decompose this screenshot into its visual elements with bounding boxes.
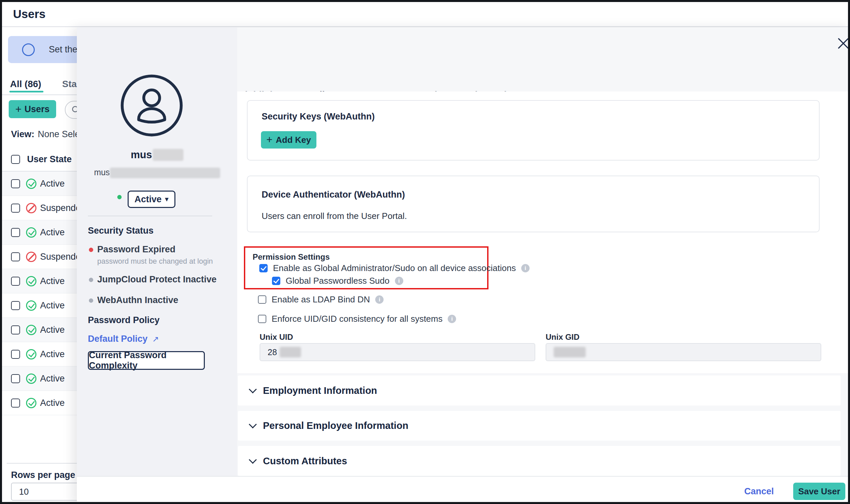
user-name: mus	[77, 149, 237, 161]
cancel-button[interactable]: Cancel	[744, 486, 774, 497]
active-status-icon	[26, 374, 36, 384]
select-all-checkbox[interactable]	[11, 155, 20, 164]
page-title: Users	[13, 7, 46, 21]
device-authenticator-body: Users can enroll from the User Portal.	[262, 211, 407, 221]
row-checkbox[interactable]	[11, 398, 20, 408]
tab-all-users[interactable]: All (86)	[10, 79, 41, 89]
chevron-down-icon	[248, 420, 257, 428]
modal-footer: Cancel Save User	[77, 476, 850, 504]
section-employment-information[interactable]: Employment Information	[238, 376, 840, 406]
screenshot-frame: Users Set the defaul All (86) Stag Users…	[0, 0, 850, 504]
row-checkbox[interactable]	[11, 325, 20, 335]
info-icon	[22, 43, 35, 56]
ldap-bind-checkbox[interactable]	[258, 295, 266, 304]
active-state-dot	[117, 195, 122, 199]
user-detail-modal: mus mus Active Security Status Password …	[77, 28, 850, 504]
device-authenticator-card: Device Authenticator (WebAuthn) Users ca…	[247, 176, 820, 232]
active-status-icon	[26, 179, 36, 189]
row-checkbox[interactable]	[11, 252, 20, 262]
add-users-button[interactable]: Users	[9, 100, 56, 118]
active-status-icon	[26, 325, 36, 335]
section-personal-employee-information[interactable]: Personal Employee Information	[238, 411, 840, 440]
chevron-down-icon	[248, 455, 257, 464]
status-password-expired-sub: password must be changed at login	[97, 257, 213, 266]
user-email: mus	[77, 167, 237, 178]
default-policy-link[interactable]: Default Policy	[88, 334, 159, 344]
active-status-icon	[26, 276, 36, 286]
active-status-icon	[26, 398, 36, 408]
redacted-gid	[554, 347, 586, 358]
password-policy-title: Password Policy	[88, 315, 160, 325]
suspended-status-icon	[26, 252, 36, 262]
device-authenticator-title: Device Authenticator (WebAuthn)	[262, 190, 405, 200]
row-checkbox[interactable]	[11, 203, 20, 213]
alert-dot-red	[89, 248, 93, 252]
row-checkbox[interactable]	[11, 277, 20, 286]
row-checkbox[interactable]	[11, 179, 20, 188]
unix-uid-field[interactable]: 28	[260, 343, 535, 361]
passwordless-sudo-row: Global Passwordless Sudo	[272, 276, 403, 286]
status-jumpcloud-protect: JumpCloud Protect Inactive	[97, 274, 216, 285]
status-dot-gray	[89, 278, 93, 282]
redacted-name	[153, 149, 184, 161]
security-status-title: Security Status	[88, 226, 154, 236]
info-icon[interactable]	[521, 264, 530, 272]
unix-uid-label: Unix UID	[260, 332, 293, 342]
chevron-down-icon	[248, 385, 257, 393]
security-keys-card: Security Keys (WebAuthn) Add Key	[247, 100, 820, 161]
view-label: View:	[11, 129, 34, 139]
ldap-bind-row: Enable as LDAP Bind DN	[258, 294, 384, 305]
passwordless-sudo-checkbox[interactable]	[272, 277, 280, 285]
permission-settings-title: Permission Settings	[253, 252, 330, 262]
close-icon[interactable]	[836, 36, 850, 51]
status-dot-gray	[89, 299, 93, 303]
status-password-expired: Password Expired	[97, 244, 175, 255]
suspended-status-icon	[26, 203, 36, 213]
profile-panel: mus mus Active Security Status Password …	[77, 28, 237, 476]
row-checkbox[interactable]	[11, 301, 20, 310]
info-icon[interactable]	[395, 277, 403, 285]
uid-gid-checkbox[interactable]	[258, 315, 266, 323]
global-admin-checkbox[interactable]	[259, 264, 267, 272]
active-status-icon	[26, 227, 36, 238]
active-status-icon	[26, 301, 36, 311]
tab-all-underline	[10, 91, 44, 92]
column-header-user-state[interactable]: User State	[27, 154, 72, 165]
row-checkbox[interactable]	[11, 374, 20, 383]
avatar	[120, 74, 184, 137]
details-content: Security Keys (WebAuthn) Add Key Device …	[237, 91, 850, 373]
active-status-icon	[26, 349, 36, 359]
permission-settings-highlight: Permission Settings Enable as Global Adm…	[244, 246, 488, 289]
redacted-uid	[280, 347, 301, 358]
section-custom-attributes[interactable]: Custom Attributes	[238, 446, 840, 476]
rows-per-page-label: Rows per page	[11, 470, 75, 480]
plus-icon	[15, 104, 22, 114]
security-keys-title: Security Keys (WebAuthn)	[262, 111, 375, 122]
info-icon[interactable]	[448, 315, 456, 323]
current-password-complexity-button[interactable]: Current Password Complexity	[88, 351, 205, 370]
add-key-button[interactable]: Add Key	[261, 131, 316, 148]
info-icon[interactable]	[375, 295, 384, 304]
row-checkbox[interactable]	[11, 350, 20, 359]
header-divider	[2, 26, 850, 27]
unix-gid-label: Unix GID	[545, 332, 579, 342]
status-webauthn: WebAuthn Inactive	[97, 295, 178, 305]
global-admin-row: Enable as Global Administrator/Sudo on a…	[259, 263, 530, 273]
row-checkbox[interactable]	[11, 228, 20, 237]
save-user-button[interactable]: Save User	[793, 483, 845, 500]
unix-gid-field[interactable]	[545, 343, 821, 361]
user-state-dropdown[interactable]: Active	[128, 191, 175, 208]
panel-divider	[88, 216, 212, 216]
uid-gid-consistency-row: Enforce UID/GID consistency for all syst…	[258, 314, 456, 324]
redacted-email	[110, 167, 220, 178]
